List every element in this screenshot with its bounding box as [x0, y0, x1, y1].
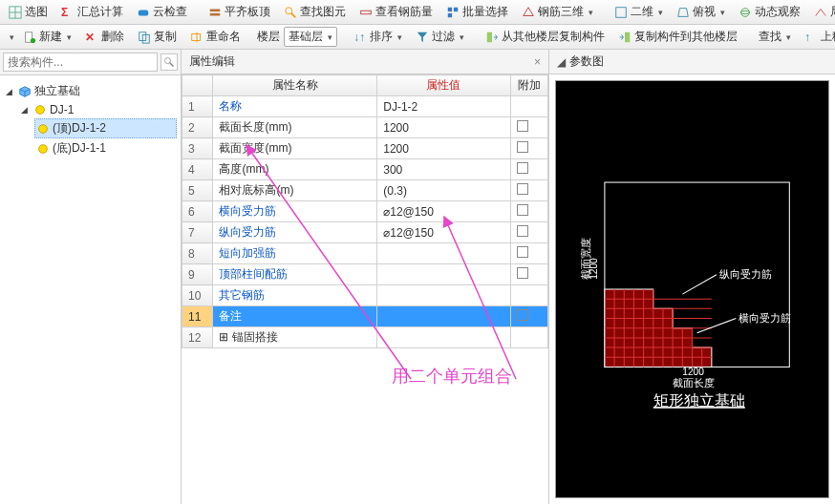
collapse-icon[interactable]: ◢	[21, 105, 31, 115]
up-button[interactable]: ↑上移	[800, 26, 835, 48]
tool-persp[interactable]: 俯视▾	[672, 1, 730, 23]
tool-orbit[interactable]: 动态观察	[734, 1, 805, 23]
prop-name-cell[interactable]: ⊞ 锚固搭接	[213, 327, 377, 348]
prop-add-cell[interactable]	[510, 180, 547, 201]
sort-button[interactable]: ↓↑排序▾	[349, 26, 407, 48]
table-row[interactable]: 8短向加强筋	[182, 243, 548, 264]
prop-add-cell[interactable]	[510, 222, 547, 243]
prop-value-cell[interactable]: 1200	[377, 138, 510, 159]
prop-value-cell[interactable]: 1200	[377, 117, 510, 138]
table-row[interactable]: 5相对底标高(m)(0.3)	[182, 180, 548, 201]
filter-button[interactable]: 过滤▾	[411, 26, 469, 48]
delete-button[interactable]: ✕删除	[80, 26, 129, 48]
prop-value-cell[interactable]	[377, 264, 510, 285]
search-input[interactable]	[3, 52, 158, 72]
table-row[interactable]: 9顶部柱间配筋	[182, 264, 548, 285]
dropdown-arrow-icon: ▾	[67, 32, 72, 42]
tool-rebar3d[interactable]: 钢筋三维▾	[517, 1, 598, 23]
tool-cloud[interactable]: 云检查	[132, 1, 192, 23]
tool-grid[interactable]: 选图	[4, 1, 53, 23]
prop-name-cell[interactable]: 横向受力筋	[213, 201, 377, 222]
checkbox[interactable]	[517, 204, 528, 216]
tool-batch[interactable]: 批量选择	[441, 1, 513, 23]
prop-value-cell[interactable]: 300	[377, 159, 510, 180]
dropdown-arrow-icon: ▾	[658, 8, 663, 17]
table-row[interactable]: 2截面长度(mm)1200	[182, 117, 548, 138]
tool-label: 选图	[25, 4, 48, 20]
table-row[interactable]: 6横向受力筋⌀12@150	[182, 201, 548, 222]
floor-select[interactable]: 基础层▾	[284, 27, 337, 47]
tool-rebar[interactable]: 查看钢筋量	[354, 1, 438, 23]
prop-value-cell[interactable]	[377, 327, 510, 348]
prop-add-cell[interactable]	[510, 159, 547, 180]
expand-icon[interactable]: ⊞	[219, 330, 231, 344]
copy-to-button[interactable]: 复制构件到其他楼层	[613, 26, 742, 48]
table-row[interactable]: 3截面宽度(mm)1200	[182, 138, 548, 159]
tool-part3d[interactable]: 局部三维	[809, 1, 835, 23]
search-button[interactable]	[161, 53, 178, 71]
column-header-add[interactable]: 附加	[510, 75, 547, 96]
column-header-value[interactable]: 属性值	[377, 75, 510, 96]
prop-value-cell[interactable]	[377, 306, 510, 327]
checkbox[interactable]	[517, 246, 528, 258]
new-button[interactable]: 新建▾	[18, 26, 76, 48]
table-row[interactable]: 1名称DJ-1-2	[182, 96, 548, 117]
prop-value-cell[interactable]: (0.3)	[377, 180, 510, 201]
prop-value-cell[interactable]	[377, 285, 510, 306]
checkbox[interactable]	[517, 309, 528, 321]
prop-add-cell[interactable]	[510, 264, 547, 285]
prop-name-cell[interactable]: 备注	[213, 306, 377, 327]
prop-value-cell[interactable]	[377, 243, 510, 264]
tree-leaf[interactable]: (底)DJ-1-1	[34, 138, 177, 158]
tool-sigma[interactable]: Σ汇总计算	[56, 1, 128, 23]
prop-name-cell[interactable]: 短向加强筋	[213, 243, 377, 264]
prop-name: 锚固搭接	[232, 330, 278, 344]
column-header-name[interactable]: 属性名称	[213, 75, 377, 96]
tree-leaf-selected[interactable]: (顶)DJ-1-2	[34, 118, 177, 138]
prop-name-cell[interactable]: 其它钢筋	[213, 285, 377, 306]
dropdown-arrow-icon[interactable]: ▾	[10, 32, 14, 42]
prop-add-cell[interactable]	[510, 201, 547, 222]
tree-node[interactable]: ◢ DJ-1	[19, 101, 177, 118]
prop-name-cell[interactable]: 相对底标高(m)	[213, 180, 377, 201]
checkbox[interactable]	[517, 225, 528, 237]
prop-value-cell[interactable]: ⌀12@150	[377, 201, 510, 222]
checkbox[interactable]	[517, 267, 528, 279]
prop-add-cell[interactable]	[510, 138, 547, 159]
prop-name-cell[interactable]: 纵向受力筋	[213, 222, 377, 243]
tool-flat[interactable]: 平齐板顶	[203, 1, 275, 23]
collapse-icon[interactable]: ◢	[6, 87, 15, 96]
prop-add-cell[interactable]	[510, 96, 547, 117]
prop-name-cell[interactable]: 顶部柱间配筋	[213, 264, 377, 285]
table-row[interactable]: 10其它钢筋	[182, 285, 548, 306]
prop-value-cell[interactable]: DJ-1-2	[377, 96, 510, 117]
prop-value-cell[interactable]: ⌀12@150	[377, 222, 510, 243]
prop-name-cell[interactable]: 截面宽度(mm)	[213, 138, 377, 159]
prop-name-cell[interactable]: 截面长度(mm)	[213, 117, 377, 138]
collapse-icon[interactable]: ◢	[557, 55, 566, 69]
copy-button[interactable]: 复制	[133, 26, 182, 48]
tool-2d[interactable]: 二维▾	[610, 1, 668, 23]
table-row[interactable]: 11备注	[182, 306, 548, 327]
table-row[interactable]: 4高度(mm)300	[182, 159, 548, 180]
close-button[interactable]: ×	[534, 55, 541, 69]
copy-from-button[interactable]: 从其他楼层复制构件	[481, 26, 610, 48]
tree-root[interactable]: ◢ 独立基础	[4, 81, 177, 101]
prop-add-cell[interactable]	[510, 243, 547, 264]
checkbox[interactable]	[517, 120, 528, 132]
prop-add-cell[interactable]	[510, 285, 547, 306]
checkbox[interactable]	[517, 141, 528, 153]
prop-add-cell[interactable]	[510, 117, 547, 138]
checkbox[interactable]	[517, 183, 528, 195]
prop-add-cell[interactable]	[510, 306, 547, 327]
tool-find[interactable]: 查找图元	[279, 1, 351, 23]
rename-button[interactable]: 重命名	[185, 26, 246, 48]
prop-name-cell[interactable]: 高度(mm)	[213, 159, 377, 180]
prop-name-cell[interactable]: 名称	[213, 96, 377, 117]
table-row[interactable]: 12⊞ 锚固搭接	[182, 327, 548, 348]
prop-add-cell[interactable]	[510, 327, 547, 348]
find-button[interactable]: 查找▾	[754, 26, 796, 48]
table-row[interactable]: 7纵向受力筋⌀12@150	[182, 222, 548, 243]
svg-point-28	[39, 144, 48, 153]
checkbox[interactable]	[517, 162, 528, 174]
